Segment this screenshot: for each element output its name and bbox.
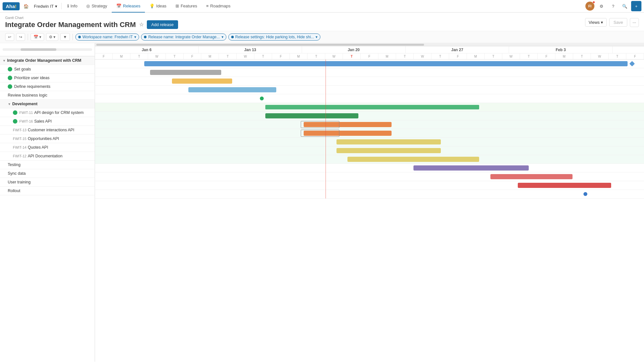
more-options-button[interactable]: ··· <box>630 18 639 27</box>
gantt-row-fwit13[interactable] <box>95 129 644 138</box>
tab-info[interactable]: ℹ Info <box>63 0 82 13</box>
row-fwit11[interactable]: FWIT-11 API design for CRM system <box>0 108 95 117</box>
row-rollout[interactable]: Rollout <box>0 187 95 195</box>
row-review-biz-label: Review business logic <box>8 93 47 97</box>
filter-button[interactable]: ▼ <box>60 33 70 41</box>
settings-filter-chip[interactable]: Release settings: Hide parking lots, Hid… <box>228 33 321 41</box>
tab-roadmaps[interactable]: ≡ Roadmaps <box>202 0 235 13</box>
day-f6: F <box>538 53 555 59</box>
bar-review-milestone <box>260 97 264 100</box>
row-fwit12[interactable]: FWIT-12 API Documentation <box>0 152 95 161</box>
row-sync-data[interactable]: Sync data <box>0 169 95 178</box>
tab-releases[interactable]: 📅 Releases <box>112 0 145 13</box>
workspace-filter-chip[interactable]: Workspace name: Fredwin IT ▾ <box>75 33 139 41</box>
bar-fwit12 <box>347 157 479 162</box>
gantt-row-review-biz[interactable] <box>95 94 644 103</box>
help-button[interactable]: ? <box>608 1 618 11</box>
releases-icon: 📅 <box>116 4 121 8</box>
create-button[interactable]: + <box>631 1 641 11</box>
user-avatar: FI <box>585 2 594 11</box>
day-w3: W <box>325 53 343 59</box>
tab-ideas[interactable]: 💡 Ideas <box>145 0 171 13</box>
row-review-biz[interactable]: Review business logic <box>0 91 95 100</box>
info-icon: ℹ <box>67 4 69 8</box>
row-fwit13[interactable]: FWIT-13 Customer interactions API <box>0 126 95 135</box>
filter-dot-2 <box>144 36 147 38</box>
toggle-project[interactable]: ▼ <box>3 59 6 62</box>
gantt-row-rollout[interactable] <box>95 190 644 199</box>
day-m4: M <box>378 53 396 59</box>
views-button[interactable]: Views ▾ <box>585 18 607 27</box>
add-release-button[interactable]: Add release <box>147 20 178 29</box>
gantt-row-fwit15[interactable] <box>95 138 644 146</box>
filter-chevron-icon-3: ▾ <box>316 35 317 39</box>
gantt-row-fwit14[interactable] <box>95 146 644 155</box>
gantt-row-fwit12[interactable] <box>95 155 644 164</box>
gantt-row-user-training[interactable] <box>95 181 644 190</box>
row-define-req[interactable]: Define requirements <box>0 82 95 91</box>
nav-divider <box>61 3 62 9</box>
gantt-row-fwit16[interactable] <box>95 120 644 129</box>
gantt-row-prioritize[interactable] <box>95 77 644 86</box>
gantt-row-sync-data[interactable] <box>95 172 644 181</box>
gantt-row-project[interactable] <box>95 60 644 68</box>
day-m6: M <box>555 53 573 59</box>
filter-chevron-icon-2: ▾ <box>222 35 223 39</box>
calendar-button[interactable]: 📅 ▾ <box>31 33 44 41</box>
gantt-row-development[interactable] <box>95 103 644 112</box>
bar-prioritize <box>172 79 232 84</box>
week-jan6: Jan 6 <box>95 46 199 53</box>
gantt-area[interactable]: Jan 6 Jan 13 Jan 20 Jan 27 Feb 3 F M T W… <box>95 43 644 362</box>
save-button[interactable]: Save <box>609 18 627 27</box>
bar-define-req <box>188 87 276 92</box>
row-define-req-label: Define requirements <box>14 84 51 89</box>
day-t1: T <box>130 53 148 59</box>
gantt-row-set-goals[interactable] <box>95 68 644 77</box>
row-fwit15[interactable]: FWIT-15 Opportunities API <box>0 135 95 143</box>
week-jan27: Jan 27 <box>406 46 509 53</box>
settings-button[interactable]: ⚙ <box>596 1 607 11</box>
bar-set-goals <box>150 70 222 75</box>
row-fwit14[interactable]: FWIT-14 Quotes API <box>0 143 95 152</box>
display-settings-button[interactable]: ⚙ ▾ <box>46 33 58 41</box>
tab-strategy-label: Strategy <box>91 4 107 8</box>
bar-testing <box>413 165 529 171</box>
gantt-chart-label: Gantt chart <box>5 16 178 20</box>
row-testing[interactable]: Testing <box>0 161 95 169</box>
gantt-row-testing[interactable] <box>95 164 644 172</box>
row-user-training[interactable]: User training <box>0 178 95 187</box>
logo-exclaim: ! <box>15 4 16 9</box>
filter-dot-3 <box>231 36 234 38</box>
row-development[interactable]: ▼ Development <box>0 100 95 108</box>
workspace-selector[interactable]: Fredwin IT ▾ <box>31 3 60 10</box>
search-button[interactable]: 🔍 <box>620 1 630 11</box>
main-layout: ▼ Integrate Order Management with CRM Se… <box>0 43 644 362</box>
scroll-track[interactable] <box>95 43 644 46</box>
gantt-row-fwit11[interactable] <box>95 112 644 120</box>
release-filter-label: Release name: Integrate Order Manage... <box>148 35 220 39</box>
tab-strategy[interactable]: ◎ Strategy <box>82 0 111 13</box>
redo-button[interactable]: ↪ <box>16 33 25 41</box>
day-t7: T <box>396 53 414 59</box>
row-testing-label: Testing <box>8 162 21 167</box>
favorite-star-icon[interactable]: ☆ <box>139 22 144 28</box>
ticket-fwit13: FWIT-13 <box>13 128 26 132</box>
gantt-row-define-req[interactable] <box>95 86 644 94</box>
ticket-fwit16: FWIT-16 <box>19 119 33 123</box>
home-button[interactable]: 🏠 <box>21 1 31 11</box>
avatar-button[interactable]: FI <box>585 1 595 11</box>
tab-features[interactable]: ⊞ Features <box>171 0 202 13</box>
row-prioritize[interactable]: Prioritize user ideas <box>0 74 95 82</box>
gantt-inner: Jan 6 Jan 13 Jan 20 Jan 27 Feb 3 F M T W… <box>95 43 644 199</box>
release-filter-chip[interactable]: Release name: Integrate Order Manage... … <box>141 33 226 41</box>
row-fwit16[interactable]: FWIT-16 Sales API <box>0 117 95 126</box>
week-feb3: Feb 3 <box>509 46 613 53</box>
undo-button[interactable]: ↩ <box>5 33 14 41</box>
ticket-fwit12: FWIT-12 <box>13 154 26 158</box>
toggle-dev[interactable]: ▼ <box>8 102 11 106</box>
workspace-label: Fredwin IT <box>34 4 53 9</box>
app-logo[interactable]: Aha! <box>3 2 20 10</box>
top-nav: Aha! 🏠 Fredwin IT ▾ ℹ Info ◎ Strategy 📅 … <box>0 0 644 13</box>
row-project[interactable]: ▼ Integrate Order Management with CRM <box>0 56 95 65</box>
row-set-goals[interactable]: Set goals <box>0 65 95 74</box>
